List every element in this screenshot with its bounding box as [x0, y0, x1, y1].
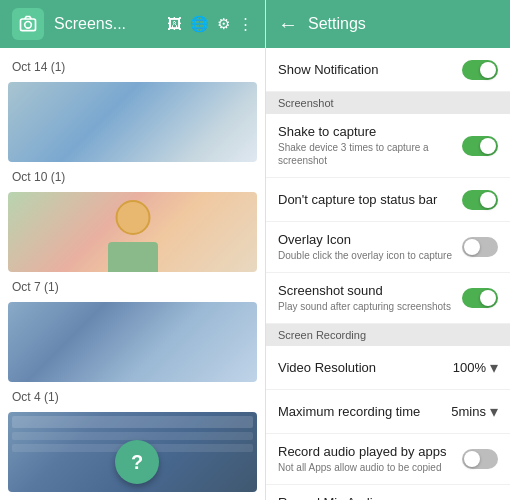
left-header: Screens... 🖼 🌐 ⚙ ⋮ — [0, 0, 265, 48]
record-mic-label: Record Mic Audio — [278, 495, 454, 500]
setting-shake-capture: Shake to capture Shake device 3 times to… — [266, 114, 510, 178]
max-time-dropdown[interactable]: 5mins ▾ — [451, 402, 498, 421]
thumb-oct10[interactable] — [0, 188, 265, 276]
show-notification-toggle[interactable] — [462, 60, 498, 80]
settings-title: Settings — [308, 15, 366, 33]
globe-icon[interactable]: 🌐 — [190, 15, 209, 33]
screenshot-list: Oct 14 (1) Oct 10 (1) Oct 7 (1) Oct 4 (1… — [0, 48, 265, 500]
shake-capture-toggle[interactable] — [462, 136, 498, 156]
max-time-arrow: ▾ — [490, 402, 498, 421]
screenshot-sound-sublabel: Play sound after capturing screenshots — [278, 300, 454, 313]
fab-button[interactable]: ? — [115, 440, 159, 484]
no-statusbar-toggle[interactable] — [462, 190, 498, 210]
thumb-oct7[interactable] — [0, 298, 265, 386]
screenshot-section-header: Screenshot — [266, 92, 510, 114]
setting-record-audio-apps: Record audio played by apps Not all Apps… — [266, 434, 510, 485]
settings-panel: ← Settings Show Notification Screenshot … — [265, 0, 510, 500]
settings-header: ← Settings — [266, 0, 510, 48]
overlay-icon-label: Overlay Icon — [278, 232, 454, 247]
setting-screenshot-sound: Screenshot sound Play sound after captur… — [266, 273, 510, 324]
setting-video-resolution: Video Resolution 100% ▾ — [266, 346, 510, 390]
record-audio-apps-sublabel: Not all Apps allow audio to be copied — [278, 461, 454, 474]
svg-point-1 — [25, 22, 32, 29]
setting-show-notification: Show Notification — [266, 48, 510, 92]
shake-capture-label: Shake to capture — [278, 124, 454, 139]
app-title: Screens... — [54, 15, 157, 33]
app-icon — [12, 8, 44, 40]
date-label-oct14: Oct 14 (1) — [0, 56, 265, 78]
no-statusbar-label: Don't capture top status bar — [278, 192, 454, 207]
screenshot-sound-label: Screenshot sound — [278, 283, 454, 298]
more-icon[interactable]: ⋮ — [238, 15, 253, 33]
thumb-oct14[interactable] — [0, 78, 265, 166]
gear-icon[interactable]: ⚙ — [217, 15, 230, 33]
settings-list: Show Notification Screenshot Shake to ca… — [266, 48, 510, 500]
header-actions: 🖼 🌐 ⚙ ⋮ — [167, 15, 253, 33]
date-label-sep30: Sep 30 (1) — [0, 496, 265, 500]
show-notification-label: Show Notification — [278, 62, 454, 77]
screenshot-sound-toggle[interactable] — [462, 288, 498, 308]
back-button[interactable]: ← — [278, 13, 298, 36]
overlay-icon-toggle[interactable] — [462, 237, 498, 257]
setting-no-statusbar: Don't capture top status bar — [266, 178, 510, 222]
max-time-label: Maximum recording time — [278, 404, 420, 419]
setting-record-mic: Record Mic Audio Record mic audio while … — [266, 485, 510, 500]
screen-recording-section-header: Screen Recording — [266, 324, 510, 346]
max-time-value: 5mins — [451, 404, 486, 419]
date-label-oct10: Oct 10 (1) — [0, 166, 265, 188]
record-audio-apps-toggle[interactable] — [462, 449, 498, 469]
setting-max-recording-time: Maximum recording time 5mins ▾ — [266, 390, 510, 434]
video-resolution-value: 100% — [453, 360, 486, 375]
setting-overlay-icon: Overlay Icon Double click the overlay ic… — [266, 222, 510, 273]
overlay-icon-sublabel: Double click the overlay icon to capture — [278, 249, 454, 262]
shake-capture-sublabel: Shake device 3 times to capture a screen… — [278, 141, 454, 167]
video-resolution-dropdown[interactable]: 100% ▾ — [453, 358, 498, 377]
date-label-oct7: Oct 7 (1) — [0, 276, 265, 298]
record-audio-apps-label: Record audio played by apps — [278, 444, 454, 459]
video-resolution-arrow: ▾ — [490, 358, 498, 377]
date-label-oct4: Oct 4 (1) — [0, 386, 265, 408]
video-resolution-label: Video Resolution — [278, 360, 376, 375]
image-strikethrough-icon[interactable]: 🖼 — [167, 15, 182, 33]
